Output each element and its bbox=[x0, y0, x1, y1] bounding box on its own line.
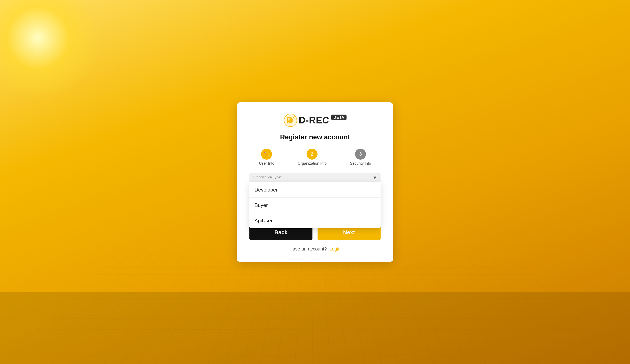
footer-row: Have an account? Login bbox=[250, 246, 380, 252]
step-3-number: 3 bbox=[359, 151, 362, 157]
step-1-circle: ✏️ bbox=[261, 149, 272, 160]
step-2: 2 Organization Info bbox=[298, 149, 327, 166]
drec-logo-icon bbox=[284, 113, 298, 127]
page-title: Register new account bbox=[250, 133, 380, 141]
step-3-circle: 3 bbox=[355, 149, 366, 160]
step-1-label: User Info bbox=[259, 161, 274, 166]
svg-point-8 bbox=[288, 122, 289, 123]
step-3: 3 Security Info bbox=[350, 149, 371, 166]
svg-point-2 bbox=[288, 118, 289, 119]
login-link[interactable]: Login bbox=[330, 246, 341, 252]
svg-point-4 bbox=[288, 119, 289, 120]
step-connector-1 bbox=[274, 154, 298, 154]
steps-indicator: ✏️ User Info 2 Organization Info 3 Secur… bbox=[250, 149, 380, 166]
logo-text: D-REC bbox=[299, 115, 329, 126]
logo-row: D-REC BETA bbox=[250, 113, 380, 127]
org-type-dropdown-wrapper: Organization Type* ▼ Developer Buyer Api… bbox=[250, 173, 380, 182]
registration-card: D-REC BETA Register new account ✏️ User … bbox=[237, 102, 393, 262]
option-buyer[interactable]: Buyer bbox=[250, 198, 380, 213]
step-2-number: 2 bbox=[311, 151, 313, 157]
have-account-text: Have an account? bbox=[289, 246, 327, 252]
svg-point-5 bbox=[290, 119, 290, 120]
step-2-circle: 2 bbox=[306, 149, 318, 160]
svg-point-12 bbox=[294, 116, 295, 117]
step-3-label: Security Info bbox=[350, 161, 371, 166]
svg-point-6 bbox=[288, 120, 289, 121]
step-connector-2 bbox=[327, 154, 350, 154]
svg-point-11 bbox=[294, 118, 296, 119]
option-developer[interactable]: Developer bbox=[250, 182, 380, 198]
dropdown-list: Developer Buyer ApiUser bbox=[250, 182, 380, 228]
pencil-icon: ✏️ bbox=[264, 151, 270, 157]
svg-point-10 bbox=[293, 117, 294, 118]
step-2-label: Organization Info bbox=[298, 161, 327, 166]
svg-point-3 bbox=[290, 118, 290, 119]
org-type-select[interactable] bbox=[250, 173, 380, 182]
beta-badge: BETA bbox=[331, 115, 346, 120]
svg-point-7 bbox=[290, 120, 290, 121]
option-apiuser[interactable]: ApiUser bbox=[250, 213, 380, 228]
step-1: ✏️ User Info bbox=[259, 149, 274, 166]
svg-point-9 bbox=[290, 122, 290, 123]
